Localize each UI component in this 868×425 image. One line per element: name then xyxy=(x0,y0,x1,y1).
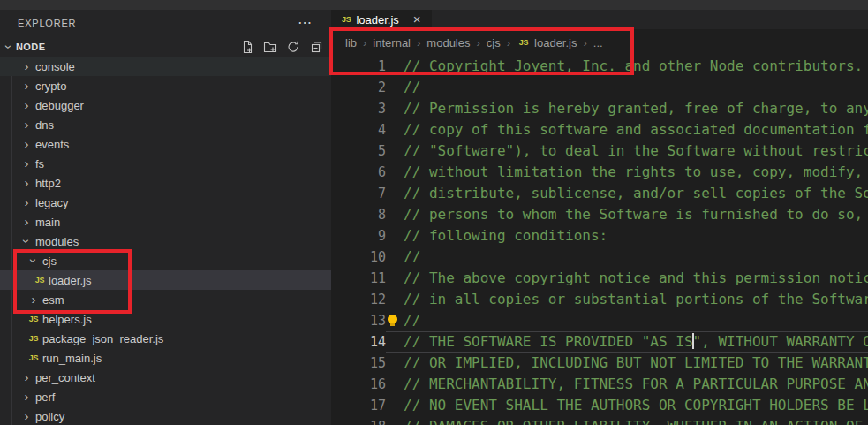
breadcrumb-item-modules[interactable]: modules xyxy=(426,36,470,49)
tree-item-http2[interactable]: ›http2 xyxy=(0,173,331,193)
code-line-5[interactable]: 5// "Software"), to deal in the Software… xyxy=(331,140,868,162)
breadcrumb-separator: › xyxy=(507,36,510,49)
line-number[interactable]: 4 xyxy=(331,119,386,140)
code-line-10[interactable]: 10// xyxy=(331,247,868,268)
code-line-2[interactable]: 2// xyxy=(331,77,868,98)
close-icon[interactable]: × xyxy=(413,13,421,26)
tree-item-run-main-js[interactable]: JSrun_main.js xyxy=(0,348,331,368)
line-text: // The above copyright notice and this p… xyxy=(386,268,868,289)
tree-item-perf[interactable]: ›perf xyxy=(0,387,331,406)
line-number[interactable]: 9 xyxy=(331,225,386,247)
chevron-down-icon: › xyxy=(18,234,35,248)
js-file-icon: JS xyxy=(26,315,41,323)
chevron-right-icon: › xyxy=(19,116,34,133)
chevron-right-icon: › xyxy=(19,213,34,231)
chevron-right-icon: › xyxy=(19,194,34,211)
breadcrumb-separator: › xyxy=(583,36,586,49)
tree-item-label: cjs xyxy=(42,254,57,268)
tree-item-esm[interactable]: ›esm xyxy=(0,290,331,309)
tab-bar: JS loader.js × xyxy=(331,10,868,29)
breadcrumb-item-loader-js[interactable]: loader.js xyxy=(534,36,577,49)
js-file-icon: JS xyxy=(26,334,41,343)
tree-item-label: console xyxy=(35,60,75,73)
code-line-7[interactable]: 7// distribute, sublicense, and/or sell … xyxy=(331,183,868,204)
code-line-3[interactable]: 3// Permission is hereby granted, free o… xyxy=(331,98,868,119)
line-number[interactable]: 16 xyxy=(331,374,386,395)
tree-item-label: package_json_reader.js xyxy=(42,332,163,345)
new-folder-icon[interactable] xyxy=(263,40,277,54)
breadcrumb-item-lib[interactable]: lib xyxy=(345,36,357,49)
chevron-right-icon: › xyxy=(19,57,34,75)
vscode-window: EXPLORER ⋯ › NODE xyxy=(0,0,868,425)
tree-item-dns[interactable]: ›dns xyxy=(0,115,331,134)
line-number[interactable]: 1 xyxy=(331,56,386,77)
code-area[interactable]: 1// Copyright Joyent, Inc. and other Nod… xyxy=(331,56,868,425)
editor-group: JS loader.js × lib›internal›modules›cjs›… xyxy=(331,10,868,425)
file-tree: ›console›crypto›debugger›dns›events›fs›h… xyxy=(0,57,331,425)
tree-item-crypto[interactable]: ›crypto xyxy=(0,76,331,95)
line-number[interactable]: 7 xyxy=(331,183,386,204)
tree-item-package-json-reader-js[interactable]: JSpackage_json_reader.js xyxy=(0,329,331,348)
line-number[interactable]: 2 xyxy=(331,77,386,98)
line-number[interactable]: 11 xyxy=(331,268,386,289)
breadcrumb-item-internal[interactable]: internal xyxy=(373,36,411,49)
line-number[interactable]: 8 xyxy=(331,204,386,225)
tree-item-cjs[interactable]: ›cjs xyxy=(0,251,331,270)
code-line-13[interactable]: 13// xyxy=(331,310,868,331)
code-line-16[interactable]: 16// MERCHANTABILITY, FITNESS FOR A PART… xyxy=(331,374,868,395)
line-number[interactable]: 6 xyxy=(331,162,386,183)
tree-item-events[interactable]: ›events xyxy=(0,134,331,154)
breadcrumb-item-cjs[interactable]: cjs xyxy=(487,36,501,49)
code-line-6[interactable]: 6// without limitation the rights to use… xyxy=(331,162,868,183)
title-bar-strip xyxy=(0,0,868,10)
code-line-18[interactable]: 18// DAMAGES OR OTHER LIABILITY, WHETHER… xyxy=(331,416,868,425)
line-number[interactable]: 13 xyxy=(331,310,386,331)
new-file-icon[interactable] xyxy=(240,40,254,54)
line-text: // copy of this software and associated … xyxy=(386,119,868,140)
line-number[interactable]: 17 xyxy=(331,395,386,416)
code-line-17[interactable]: 17// NO EVENT SHALL THE AUTHORS OR COPYR… xyxy=(331,395,868,416)
code-line-11[interactable]: 11// The above copyright notice and this… xyxy=(331,268,868,289)
code-line-15[interactable]: 15// OR IMPLIED, INCLUDING BUT NOT LIMIT… xyxy=(331,353,868,374)
line-number[interactable]: 5 xyxy=(331,140,386,162)
js-file-icon: JS xyxy=(33,276,47,285)
tree-item-label: events xyxy=(35,138,69,151)
tree-item-console[interactable]: ›console xyxy=(0,57,331,76)
tree-item-loader-js[interactable]: JSloader.js xyxy=(0,270,331,290)
line-number[interactable]: 12 xyxy=(331,289,386,310)
section-header-node[interactable]: › NODE xyxy=(0,36,331,57)
tree-item-main[interactable]: ›main xyxy=(0,212,331,231)
line-number[interactable]: 14 xyxy=(331,331,386,353)
tree-item-per-context[interactable]: ›per_context xyxy=(0,368,331,387)
tab-loader-js[interactable]: JS loader.js × xyxy=(331,10,432,29)
lightbulb-icon[interactable] xyxy=(388,315,397,323)
tree-item-label: http2 xyxy=(35,177,61,190)
line-text: // THE SOFTWARE IS PROVIDED "AS IS", WIT… xyxy=(386,331,868,353)
refresh-icon[interactable] xyxy=(286,40,300,54)
code-line-4[interactable]: 4// copy of this software and associated… xyxy=(331,119,868,140)
tree-item-modules[interactable]: ›modules xyxy=(0,231,331,251)
code-line-9[interactable]: 9// following conditions: xyxy=(331,225,868,247)
tree-item-label: crypto xyxy=(35,80,66,93)
tree-item-label: per_context xyxy=(35,371,95,384)
tree-item-label: perf xyxy=(35,391,55,404)
line-number[interactable]: 3 xyxy=(331,98,386,119)
tree-item-debugger[interactable]: ›debugger xyxy=(0,95,331,115)
code-line-8[interactable]: 8// persons to whom the Software is furn… xyxy=(331,204,868,225)
line-number[interactable]: 15 xyxy=(331,353,386,374)
line-number[interactable]: 10 xyxy=(331,247,386,268)
code-line-14[interactable]: 14// THE SOFTWARE IS PROVIDED "AS IS", W… xyxy=(331,331,868,353)
collapse-all-icon[interactable] xyxy=(309,40,323,54)
tree-item-helpers-js[interactable]: JShelpers.js xyxy=(0,309,331,329)
chevron-right-icon: › xyxy=(19,77,34,95)
tree-item-legacy[interactable]: ›legacy xyxy=(0,193,331,212)
line-text: // DAMAGES OR OTHER LIABILITY, WHETHER I… xyxy=(386,416,868,425)
tree-item-fs[interactable]: ›fs xyxy=(0,154,331,173)
tree-item-policy[interactable]: ›policy xyxy=(0,406,331,425)
code-line-12[interactable]: 12// in all copies or substantial portio… xyxy=(331,289,868,310)
breadcrumb-item--[interactable]: ... xyxy=(593,36,603,49)
chevron-down-icon: › xyxy=(2,40,16,54)
code-line-1[interactable]: 1// Copyright Joyent, Inc. and other Nod… xyxy=(331,56,868,77)
more-actions-icon[interactable]: ⋯ xyxy=(298,19,312,27)
line-number[interactable]: 18 xyxy=(331,416,386,425)
